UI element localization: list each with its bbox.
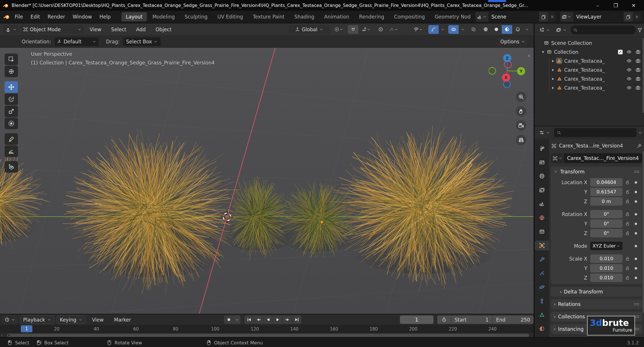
outliner-display-mode-button[interactable] <box>554 25 569 34</box>
location-y-field[interactable]: 0.61547 <box>590 188 623 196</box>
workspace-tab-animation[interactable]: Animation <box>320 12 354 21</box>
outliner-row-object[interactable]: Carex_Testacea_ <box>535 74 644 83</box>
transform-panel-header[interactable]: Transform <box>554 169 639 175</box>
gizmo-y-axis[interactable]: Y <box>517 67 525 75</box>
animate-dot[interactable] <box>635 258 637 260</box>
options-dropdown[interactable]: Options <box>498 37 527 46</box>
timeline-editor-type-button[interactable] <box>2 315 18 324</box>
tool-measure[interactable] <box>5 145 18 157</box>
pivot-point-dropdown[interactable] <box>331 25 346 34</box>
drag-mode-dropdown[interactable]: Select Box <box>123 37 161 46</box>
timeline-menu-marker[interactable]: Marker <box>110 317 135 323</box>
workspace-tab-layout[interactable]: Layout <box>121 12 147 21</box>
jump-to-end-button[interactable] <box>292 315 301 324</box>
lock-open-icon[interactable] <box>625 231 630 236</box>
outliner-editor-type-button[interactable] <box>537 25 552 34</box>
current-frame-field[interactable]: 1 <box>400 315 433 324</box>
viewport-menu-select[interactable]: Select <box>107 27 130 32</box>
shading-rendered-button[interactable] <box>512 25 523 34</box>
xray-toggle[interactable] <box>468 25 479 34</box>
timeline-menu-view[interactable]: View <box>88 317 108 323</box>
tab-collection[interactable] <box>536 227 548 237</box>
workspace-tab-rendering[interactable]: Rendering <box>355 12 389 21</box>
expand-triangle-icon[interactable] <box>551 77 555 81</box>
scale-y-field[interactable]: 0.010 <box>590 264 623 272</box>
properties-editor-type-button[interactable] <box>537 128 552 137</box>
animate-dot[interactable] <box>635 267 637 270</box>
editor-type-button[interactable] <box>3 25 19 34</box>
tab-render[interactable] <box>536 157 548 167</box>
menu-window[interactable]: Window <box>69 11 96 23</box>
blender-menu-icon[interactable] <box>3 14 10 20</box>
tab-material[interactable] <box>536 324 548 334</box>
shading-material-button[interactable] <box>502 25 512 34</box>
eye-icon[interactable] <box>627 58 632 63</box>
animate-dot[interactable] <box>635 245 637 247</box>
camera-view-button[interactable] <box>516 120 526 131</box>
scale-z-field[interactable]: 0.010 <box>590 274 623 282</box>
scale-x-field[interactable]: 0.010 <box>590 254 623 263</box>
object-name-field[interactable]: Carex_Testac..._Fire_Version4 <box>564 153 642 163</box>
rotation-x-field[interactable]: 0° <box>590 210 623 218</box>
pan-button[interactable] <box>516 106 526 117</box>
overlays-dropdown[interactable] <box>459 25 466 34</box>
tab-constraints[interactable] <box>536 296 548 306</box>
transform-orientation-dropdown[interactable]: Global <box>289 25 329 34</box>
tool-move[interactable] <box>5 81 18 93</box>
workspace-tab-texture-paint[interactable]: Texture Paint <box>248 12 289 21</box>
eye-icon[interactable] <box>627 85 632 90</box>
drag-grip-icon[interactable] <box>634 169 639 175</box>
camera-render-icon[interactable] <box>636 76 641 81</box>
scene-unlink-button[interactable]: ✕ <box>548 14 556 20</box>
tab-particles[interactable] <box>536 268 548 278</box>
workspace-tab-geometry-nodes[interactable]: Geometry Nod <box>430 12 475 21</box>
rotation-y-field[interactable]: 0° <box>590 219 623 228</box>
collapse-triangle-icon[interactable] <box>541 50 545 54</box>
filter-icon[interactable] <box>637 27 642 32</box>
viewlayer-unlink-button[interactable]: ✕ <box>633 14 641 20</box>
proportional-falloff-dropdown[interactable] <box>386 25 401 34</box>
relations-panel[interactable]: ›Relations <box>551 299 642 309</box>
location-x-field[interactable]: 0.04604 <box>590 178 623 187</box>
drag-grip-icon[interactable] <box>634 301 639 307</box>
mode-dropdown[interactable]: Object Mode <box>21 25 84 34</box>
start-frame-field[interactable]: Start 1 <box>451 317 492 323</box>
end-frame-field[interactable]: End 250 <box>493 317 534 323</box>
tool-annotate[interactable] <box>5 133 18 145</box>
outliner-search-input[interactable] <box>580 27 633 33</box>
rotation-z-field[interactable]: 0° <box>590 229 623 237</box>
animate-dot[interactable] <box>635 232 637 235</box>
snap-toggle[interactable] <box>348 25 358 34</box>
tab-scene[interactable] <box>536 199 548 209</box>
scene-copy-button[interactable] <box>539 12 548 22</box>
tab-object-data[interactable] <box>536 310 548 320</box>
properties-options-chevron[interactable] <box>638 131 642 135</box>
properties-search-input[interactable] <box>563 130 634 136</box>
pin-icon[interactable] <box>637 143 642 148</box>
gizmos-dropdown[interactable] <box>439 25 446 34</box>
workspace-tab-uv-editing[interactable]: UV Editing <box>213 12 248 21</box>
use-preview-range-button[interactable] <box>437 317 451 322</box>
autokey-dropdown[interactable] <box>234 315 241 324</box>
location-z-field[interactable]: 0 m <box>590 197 623 206</box>
next-keyframe-button[interactable] <box>283 315 292 324</box>
eye-icon[interactable] <box>627 76 632 81</box>
tool-select-box[interactable] <box>5 53 18 65</box>
gizmos-toggle[interactable] <box>428 25 439 34</box>
lock-open-icon[interactable] <box>625 275 630 280</box>
close-button[interactable]: ✕ <box>626 0 641 11</box>
corner-resize-arrow[interactable]: › <box>1 333 3 337</box>
shading-dropdown[interactable] <box>523 25 531 34</box>
viewlayer-name-field[interactable]: ViewLayer <box>573 12 623 22</box>
id-type-button[interactable] <box>551 153 564 163</box>
horizontal-scrollbar[interactable] <box>7 334 529 337</box>
lock-open-icon[interactable] <box>625 256 630 261</box>
outliner-row-object[interactable]: Carex_Testacea_ <box>535 65 644 74</box>
lock-open-icon[interactable] <box>625 212 630 217</box>
tab-physics[interactable] <box>536 282 548 292</box>
play-button[interactable] <box>273 315 282 324</box>
lock-open-icon[interactable] <box>625 221 630 226</box>
tool-add-cube[interactable] <box>5 161 18 173</box>
lock-open-icon[interactable] <box>625 199 630 204</box>
shading-solid-button[interactable] <box>491 25 501 34</box>
